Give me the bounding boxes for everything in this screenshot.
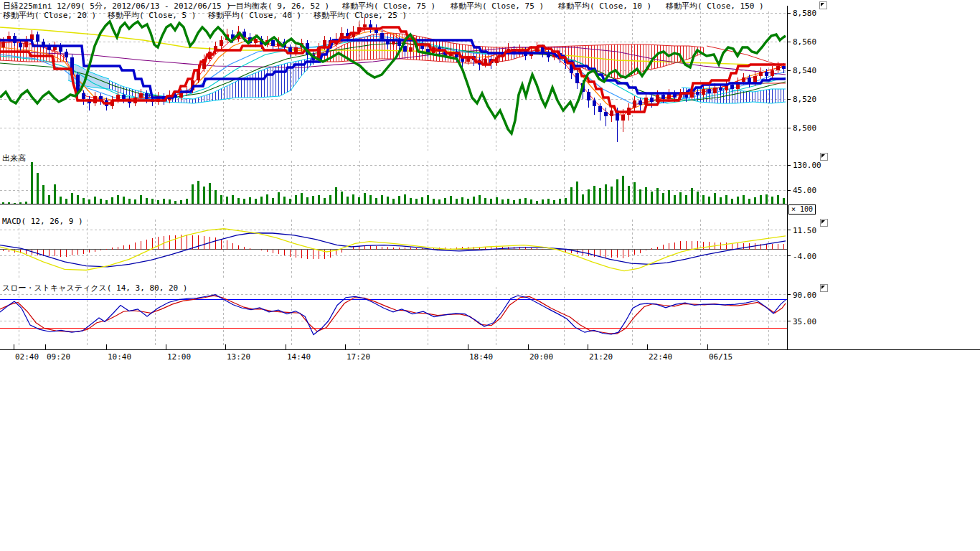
right-axis-label: 130.00 bbox=[793, 161, 821, 170]
time-axis-label: 22:40 bbox=[649, 352, 672, 362]
time-axis-label: 06/15 bbox=[709, 352, 732, 362]
time-axis-label: 18:40 bbox=[469, 352, 493, 362]
legend-ma150: 移動平均( Close, 150 ) bbox=[666, 1, 764, 11]
volume-unit-box: × 100 bbox=[788, 204, 816, 215]
legend-ma25: 移動平均( Close, 25 ) bbox=[314, 10, 407, 21]
stoch-panel-label: スロー・ストキャスティクス( 14, 3, 80, 20 ) bbox=[2, 283, 187, 293]
time-axis-label: 17:20 bbox=[347, 352, 370, 362]
right-axis-label: 8,500 bbox=[793, 123, 816, 133]
time-axis-label: 20:00 bbox=[529, 352, 553, 362]
volume-panel-label: 出来高 bbox=[2, 153, 26, 164]
time-axis-label: 09:20 bbox=[47, 352, 70, 362]
time-axis-label: 14:40 bbox=[287, 352, 311, 362]
collapse-button-stoch-panel[interactable] bbox=[820, 284, 828, 292]
legend-ma10: 移動平均( Close, 10 ) bbox=[558, 1, 651, 11]
legend-ma75-b: 移動平均( Close, 75 ) bbox=[451, 1, 544, 11]
chart-application-window: 8,5808,5608,5408,5208,500130.0045.0011.5… bbox=[0, 0, 980, 551]
right-axis-label: 8,560 bbox=[793, 37, 816, 47]
legend-ma5: 移動平均( Close, 5 ) bbox=[108, 10, 196, 21]
collapse-button-volume-panel[interactable] bbox=[820, 153, 828, 161]
right-axis-label: 11.50 bbox=[793, 226, 816, 235]
time-axis-label: 12:00 bbox=[167, 352, 191, 362]
macd-panel-label: MACD( 12, 26, 9 ) bbox=[2, 217, 83, 226]
legend-ma40: 移動平均( Close, 40 ) bbox=[208, 10, 301, 21]
right-axis-label: 8,540 bbox=[793, 66, 816, 75]
time-axis-label: 13:20 bbox=[227, 352, 250, 362]
time-axis-label: 02:40 bbox=[15, 352, 39, 362]
legend-ma20: 移動平均( Close, 20 ) bbox=[3, 10, 96, 21]
right-axis-label: 35.00 bbox=[793, 317, 816, 326]
right-axis-label: 8,520 bbox=[793, 95, 816, 104]
right-axis-label: 45.00 bbox=[793, 186, 816, 195]
time-axis-label: 10:40 bbox=[108, 352, 131, 362]
right-axis-label: -4.00 bbox=[793, 252, 816, 261]
collapse-button-macd-panel[interactable] bbox=[820, 219, 828, 227]
right-axis-label: 90.00 bbox=[793, 291, 816, 300]
right-axis-label: 8,580 bbox=[793, 9, 816, 18]
collapse-button-price-panel[interactable] bbox=[819, 1, 827, 9]
time-axis-label: 21:20 bbox=[589, 352, 613, 362]
